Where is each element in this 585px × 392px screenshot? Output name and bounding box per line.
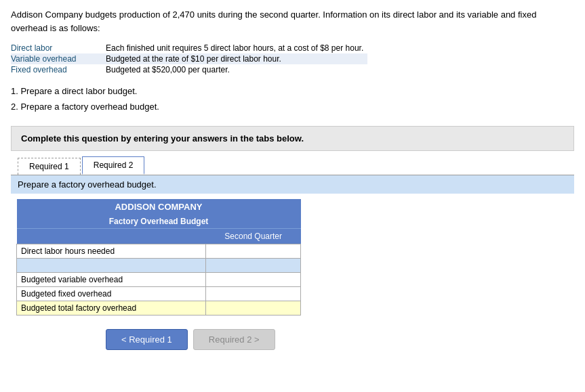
row-input-2[interactable] [206,272,301,286]
input-field-4[interactable] [210,303,296,313]
row-label-1 [17,258,206,272]
task-1: 1. Prepare a direct labor budget. [11,83,574,99]
row-label-3: Budgeted fixed overhead [17,286,206,301]
info-label-0: Direct labor [11,43,106,53]
info-label-2: Fixed overhead [11,64,106,75]
tab-content-label: Prepare a factory overhead budget. [11,175,574,194]
row-input-1[interactable] [206,258,301,272]
row-label-4: Budgeted total factory overhead [17,301,206,315]
row-input-0[interactable] [206,244,301,258]
budget-table-wrapper: ADDISON COMPANYFactory Overhead BudgetSe… [16,199,301,315]
budget-table: ADDISON COMPANYFactory Overhead BudgetSe… [16,199,301,315]
info-label-1: Variable overhead [11,53,106,64]
tabs-area: Required 1 Required 2 [11,151,574,175]
company-name: ADDISON COMPANY [17,199,301,215]
tab-required-2[interactable]: Required 2 [82,156,145,175]
row-label-2: Budgeted variable overhead [17,272,206,286]
nav-btn-0[interactable]: < Required 1 [106,329,188,350]
input-field-3[interactable] [210,289,296,299]
input-field-2[interactable] [210,275,296,284]
input-field-0[interactable] [210,246,296,256]
info-desc-2: Budgeted at $520,000 per quarter. [106,64,367,75]
row-label-0: Direct labor hours needed [17,244,206,258]
info-desc-0: Each finished unit requires 5 direct lab… [106,43,367,53]
input-field-1[interactable] [210,261,296,270]
info-desc-1: Budgeted at the rate of $10 per direct l… [106,53,367,64]
row-input-3[interactable] [206,286,301,301]
tab-required-1[interactable]: Required 1 [18,158,81,175]
table-title: Factory Overhead Budget [17,215,301,229]
nav-buttons: < Required 1Required 2 > [106,329,574,350]
col-header-second-quarter: Second Quarter [206,228,301,244]
instruction-box: Complete this question by entering your … [11,126,574,151]
tasks-list: 1. Prepare a direct labor budget. 2. Pre… [11,83,574,115]
intro-text: Addison Company budgets production of 2,… [11,8,574,35]
task-2: 2. Prepare a factory overhead budget. [11,99,574,114]
row-input-4[interactable] [206,301,301,315]
col-header-empty [17,228,206,244]
nav-btn-1: Required 2 > [193,329,275,350]
info-table: Direct laborEach finished unit requires … [11,43,367,75]
